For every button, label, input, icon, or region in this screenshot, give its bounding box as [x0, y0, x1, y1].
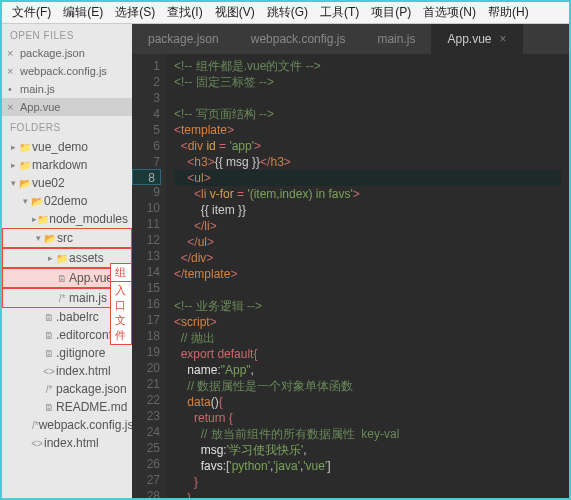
tree-item-label: App.vue: [69, 271, 113, 285]
line-number: 20: [132, 360, 160, 376]
open-file-item[interactable]: main.js: [2, 80, 132, 98]
open-file-item[interactable]: package.json: [2, 44, 132, 62]
line-number: 16: [132, 296, 160, 312]
tree-item[interactable]: <>index.html: [2, 434, 132, 452]
menu-item[interactable]: 工具(T): [314, 2, 365, 23]
menu-item[interactable]: 文件(F): [6, 2, 57, 23]
code-line[interactable]: return {: [174, 410, 561, 426]
line-number: 17: [132, 312, 160, 328]
code-line[interactable]: msg:'学习使我快乐',: [174, 442, 561, 458]
line-number: 8: [132, 169, 161, 185]
menu-item[interactable]: 跳转(G): [261, 2, 314, 23]
code-body[interactable]: <!-- 组件都是.vue的文件 --><!-- 固定三标签 --><!-- 写…: [166, 54, 569, 498]
line-number: 22: [132, 392, 160, 408]
file-icon: 🗎: [42, 330, 56, 341]
line-number: 9: [132, 184, 160, 200]
code-line[interactable]: <!-- 写页面结构 -->: [174, 106, 561, 122]
menu-item[interactable]: 查找(I): [161, 2, 208, 23]
code-line[interactable]: [174, 90, 561, 106]
tree-item[interactable]: ▾📂02demo: [2, 192, 132, 210]
code-line[interactable]: <template>: [174, 122, 561, 138]
tree-item-label: README.md: [56, 400, 127, 414]
code-line[interactable]: <!-- 固定三标签 -->: [174, 74, 561, 90]
tree-item[interactable]: /*package.json: [2, 380, 132, 398]
code-line[interactable]: export default{: [174, 346, 561, 362]
code-line[interactable]: name:"App",: [174, 362, 561, 378]
code-line[interactable]: <script>: [174, 314, 561, 330]
code-line[interactable]: <!-- 组件都是.vue的文件 -->: [174, 58, 561, 74]
tree-item-label: node_modules: [49, 212, 128, 226]
tree-item-label: main.js: [69, 291, 107, 305]
code-line[interactable]: data(){: [174, 394, 561, 410]
code-line[interactable]: // 数据属性是一个对象单体函数: [174, 378, 561, 394]
close-icon[interactable]: ×: [500, 32, 507, 46]
menu-item[interactable]: 编辑(E): [57, 2, 109, 23]
code-line[interactable]: <li v-for = '(item,index) in favs'>: [174, 186, 561, 202]
code-line[interactable]: }: [174, 490, 561, 498]
open-files-header: OPEN FILES: [2, 24, 132, 44]
tree-item[interactable]: ▸📁node_modules: [2, 210, 132, 228]
editor-tab[interactable]: App.vue×: [431, 24, 522, 54]
code-line[interactable]: }: [174, 474, 561, 490]
menu-item[interactable]: 项目(P): [365, 2, 417, 23]
tab-bar: package.jsonwebpack.config.jsmain.jsApp.…: [132, 24, 569, 54]
code-line[interactable]: </ul>: [174, 234, 561, 250]
tree-item-label: markdown: [32, 158, 87, 172]
menu-item[interactable]: 首选项(N): [417, 2, 482, 23]
code-line[interactable]: favs:['python','java','vue']: [174, 458, 561, 474]
file-icon: 📂: [18, 178, 32, 189]
line-number: 2: [132, 74, 160, 90]
line-number: 12: [132, 232, 160, 248]
disclosure-triangle-icon: ▾: [8, 178, 18, 188]
tree-item-label: vue02: [32, 176, 65, 190]
line-number: 7: [132, 154, 160, 170]
open-file-item[interactable]: webpack.config.js: [2, 62, 132, 80]
line-number: 28: [132, 488, 160, 498]
tree-item[interactable]: ▾📂src: [2, 228, 132, 248]
disclosure-triangle-icon: ▾: [20, 196, 30, 206]
editor-tab[interactable]: webpack.config.js: [235, 24, 362, 54]
code-line[interactable]: <ul>: [174, 170, 561, 186]
line-number: 10: [132, 200, 160, 216]
menu-item[interactable]: 视图(V): [209, 2, 261, 23]
code-line[interactable]: </template>: [174, 266, 561, 282]
line-number: 23: [132, 408, 160, 424]
disclosure-triangle-icon: ▸: [8, 160, 18, 170]
tree-item-label: .gitignore: [56, 346, 105, 360]
tab-label: webpack.config.js: [251, 32, 346, 46]
tree-item[interactable]: <>index.html: [2, 362, 132, 380]
editor-tab[interactable]: main.js: [361, 24, 431, 54]
menu-item[interactable]: 选择(S): [109, 2, 161, 23]
line-number: 3: [132, 90, 160, 106]
line-number: 27: [132, 472, 160, 488]
line-number: 13: [132, 248, 160, 264]
line-number: 26: [132, 456, 160, 472]
code-line[interactable]: // 抛出: [174, 330, 561, 346]
code-line[interactable]: {{ item }}: [174, 202, 561, 218]
code-line[interactable]: [174, 282, 561, 298]
file-icon: 📁: [55, 253, 69, 264]
tree-item[interactable]: /*webpack.config.js: [2, 416, 132, 434]
menu-item[interactable]: 帮助(H): [482, 2, 535, 23]
file-icon: 📁: [18, 160, 32, 171]
line-number: 11: [132, 216, 160, 232]
folders-header: FOLDERS: [2, 116, 132, 136]
code-line[interactable]: </li>: [174, 218, 561, 234]
tree-item[interactable]: ▸📁markdown: [2, 156, 132, 174]
tree-item[interactable]: 🗎.gitignore: [2, 344, 132, 362]
open-file-item[interactable]: App.vue: [2, 98, 132, 116]
tree-item[interactable]: ▸📁vue_demo: [2, 138, 132, 156]
file-icon: 🗎: [55, 273, 69, 284]
open-files-list: package.jsonwebpack.config.jsmain.jsApp.…: [2, 44, 132, 116]
tree-item[interactable]: 🗎README.md: [2, 398, 132, 416]
code-line[interactable]: </div>: [174, 250, 561, 266]
disclosure-triangle-icon: ▸: [8, 142, 18, 152]
code-line[interactable]: // 放当前组件的所有数据属性 key-val: [174, 426, 561, 442]
code-editor[interactable]: 1234567891011121314151617181920212223242…: [132, 54, 569, 498]
code-line[interactable]: <!-- 业务逻辑 -->: [174, 298, 561, 314]
editor-tab[interactable]: package.json: [132, 24, 235, 54]
code-line[interactable]: <div id = 'app'>: [174, 138, 561, 154]
file-icon: /*: [55, 293, 69, 304]
tree-item[interactable]: ▾📂vue02: [2, 174, 132, 192]
code-line[interactable]: <h3>{{ msg }}</h3>: [174, 154, 561, 170]
